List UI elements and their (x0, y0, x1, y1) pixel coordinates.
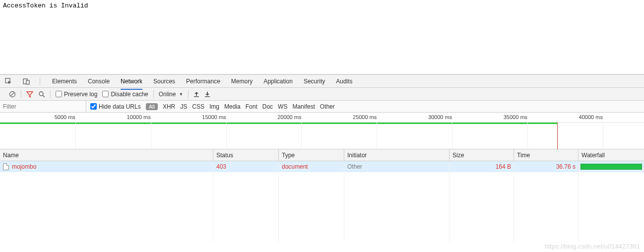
page-message: AccessToken is Invalid (0, 0, 644, 11)
separator (21, 90, 21, 98)
disable-cache-label: Disable cache (111, 91, 148, 98)
devtools-panel: Elements Console Network Sources Perform… (0, 74, 644, 242)
download-icon[interactable] (204, 91, 210, 97)
col-header-type[interactable]: Type (279, 149, 344, 161)
timeline-tick: 25000 ms (353, 114, 377, 120)
separator (188, 90, 189, 98)
tab-elements[interactable]: Elements (52, 75, 77, 87)
clear-icon[interactable] (9, 91, 16, 98)
svg-line-6 (43, 95, 45, 97)
upload-icon[interactable] (193, 91, 199, 97)
network-filter-bar: Hide data URLs All XHR JS CSS Img Media … (0, 101, 644, 113)
search-icon[interactable] (38, 91, 45, 98)
disable-cache-checkbox[interactable]: Disable cache (102, 91, 148, 98)
request-size: 164 B (496, 163, 511, 170)
svg-rect-8 (205, 96, 210, 97)
timeline-tick: 35000 ms (504, 114, 527, 120)
request-initiator: Other (347, 163, 362, 170)
separator (153, 90, 154, 98)
col-header-waterfall[interactable]: Waterfall (579, 149, 644, 161)
timeline-tick: 20000 ms (277, 114, 301, 120)
devtools-tabs-bar: Elements Console Network Sources Perform… (0, 75, 644, 88)
filter-input[interactable] (3, 103, 83, 110)
timeline-tick: 40000 ms (579, 114, 603, 120)
filter-type-xhr[interactable]: XHR (163, 103, 175, 110)
filter-type-css[interactable]: CSS (192, 103, 204, 110)
devtools-tabs: Elements Console Network Sources Perform… (52, 75, 353, 87)
svg-line-4 (10, 92, 14, 96)
filter-type-media[interactable]: Media (224, 103, 241, 110)
filter-type-ws[interactable]: WS (278, 103, 287, 110)
hide-data-urls-checkbox[interactable]: Hide data URLs (90, 103, 141, 110)
tab-application[interactable]: Application (263, 75, 293, 87)
filter-type-font[interactable]: Font (246, 103, 258, 110)
network-request-list: mojombo 403 document Other 164 B 36.76 s (0, 161, 644, 242)
device-toolbar-icon[interactable] (22, 77, 31, 86)
inspect-element-icon[interactable] (4, 77, 13, 86)
timeline-tick: 5000 ms (55, 114, 75, 120)
svg-rect-7 (194, 96, 199, 97)
network-timeline[interactable]: 5000 ms 10000 ms 15000 ms 20000 ms 25000… (0, 113, 644, 149)
svg-rect-2 (26, 80, 29, 84)
filter-type-manifest[interactable]: Manifest (292, 103, 315, 110)
filter-type-doc[interactable]: Doc (262, 103, 273, 110)
separator (50, 90, 51, 98)
col-header-time[interactable]: Time (514, 149, 579, 161)
col-header-initiator[interactable]: Initiator (344, 149, 450, 161)
timeline-cursor (557, 123, 558, 149)
timeline-ruler: 5000 ms 10000 ms 15000 ms 20000 ms 25000… (0, 113, 644, 123)
timeline-tick: 15000 ms (202, 114, 226, 120)
col-header-status[interactable]: Status (213, 149, 279, 161)
timeline-tick: 30000 ms (428, 114, 452, 120)
tab-security[interactable]: Security (304, 75, 325, 87)
preserve-log-checkbox[interactable]: Preserve log (56, 91, 97, 98)
request-name: mojombo (12, 163, 36, 170)
waterfall-bar (580, 164, 642, 170)
preserve-log-label: Preserve log (64, 91, 97, 98)
tab-performance[interactable]: Performance (186, 75, 220, 87)
col-header-name[interactable]: Name (0, 149, 213, 161)
request-status: 403 (216, 163, 226, 170)
tab-network[interactable]: Network (121, 75, 142, 90)
throttling-select[interactable]: Online ▼ (159, 91, 184, 98)
separator (40, 77, 40, 85)
filter-input-wrap (0, 101, 86, 112)
network-toolbar: Preserve log Disable cache Online ▼ (0, 88, 644, 101)
watermark: https://blog.csdn.net/u014427391 (545, 243, 640, 250)
filter-type-all[interactable]: All (146, 103, 158, 110)
request-time: 36.76 s (556, 163, 576, 170)
tab-sources[interactable]: Sources (153, 75, 175, 87)
document-icon (3, 163, 9, 170)
timeline-track (0, 123, 644, 125)
network-columns-header: Name Status Type Initiator Size Time Wat… (0, 149, 644, 161)
filter-type-js[interactable]: JS (180, 103, 187, 110)
chevron-down-icon: ▼ (179, 92, 183, 97)
filter-icon[interactable] (26, 91, 33, 98)
page-content: AccessToken is Invalid (0, 0, 644, 74)
throttling-value: Online (159, 91, 176, 98)
request-type: document (282, 163, 308, 170)
hide-data-urls-label: Hide data URLs (99, 103, 141, 110)
svg-point-5 (39, 92, 43, 96)
table-row[interactable]: mojombo 403 document Other 164 B 36.76 s (0, 161, 644, 172)
tab-console[interactable]: Console (88, 75, 110, 87)
timeline-tick: 10000 ms (127, 114, 150, 120)
tab-audits[interactable]: Audits (336, 75, 352, 87)
filter-type-other[interactable]: Other (320, 103, 335, 110)
col-header-size[interactable]: Size (450, 149, 514, 161)
filter-type-img[interactable]: Img (209, 103, 219, 110)
tab-memory[interactable]: Memory (231, 75, 253, 87)
